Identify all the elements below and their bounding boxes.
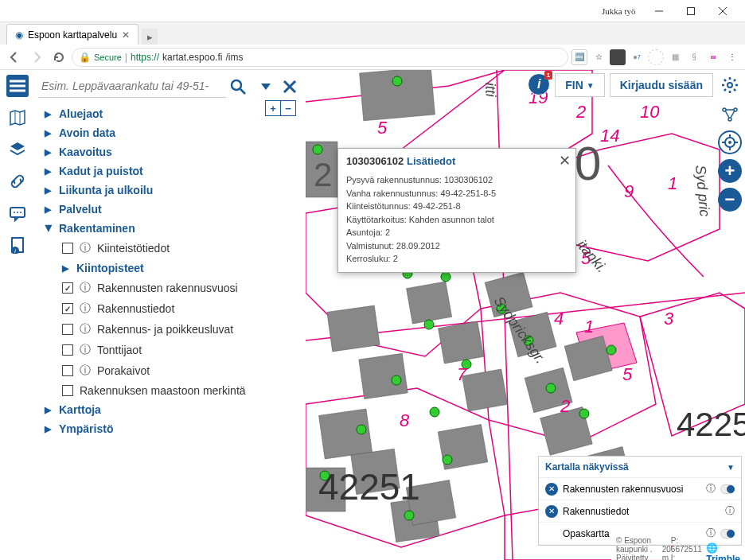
- tab-close-icon[interactable]: ✕: [122, 29, 130, 41]
- layers-icon[interactable]: [6, 138, 29, 161]
- ext4-icon[interactable]: ▦: [667, 49, 683, 65]
- sidebar-item-avoin-data[interactable]: ▶Avoin data: [35, 123, 306, 142]
- layers-panel-title: Kartalla näkyvissä: [545, 461, 629, 472]
- star-icon[interactable]: ☆: [591, 49, 607, 65]
- checkbox[interactable]: [62, 344, 73, 356]
- svg-point-11: [17, 212, 18, 213]
- browser-tab[interactable]: ◉ Espoon karttapalvelu ✕: [6, 24, 138, 45]
- svg-text:14: 14: [600, 126, 619, 146]
- login-button[interactable]: Kirjaudu sisään: [610, 73, 713, 97]
- layer-item-kiintopisteet[interactable]: ▶Kiintopisteet: [57, 259, 306, 278]
- translate-icon[interactable]: 🔤: [571, 49, 587, 65]
- reload-button[interactable]: [49, 48, 68, 67]
- window-close-button[interactable]: [707, 2, 739, 21]
- address-bar[interactable]: 🔒 Secure | https://kartat.espoo.fi/ims: [72, 48, 568, 67]
- url-scheme: https://: [131, 52, 159, 63]
- map-canvas[interactable]: 5 2 1 4 5 7 8 2 1 5 3 12 10 19 9 6 14 42…: [306, 70, 745, 560]
- checkbox[interactable]: [62, 282, 73, 294]
- language-button[interactable]: FIN▼: [555, 73, 604, 97]
- map-icon[interactable]: [6, 107, 29, 129]
- layer-item-rakennusten-rakennusvuosi[interactable]: ⓘRakennusten rakennusvuosi: [57, 278, 306, 298]
- info-icon[interactable]: ⓘ: [80, 301, 91, 316]
- window-minimize-button[interactable]: [643, 2, 675, 21]
- measure-icon[interactable]: [718, 102, 742, 126]
- ext6-icon[interactable]: ∞: [705, 49, 721, 65]
- svg-rect-27: [319, 409, 372, 459]
- feature-popup: ✕ 1030306102 Lisätiedot Pysyvä rakennust…: [337, 148, 576, 273]
- layer-item-kiinteistötiedot[interactable]: ⓘKiinteistötiedot: [57, 238, 306, 259]
- info-icon[interactable]: ⓘ: [80, 322, 91, 336]
- chevron-down-icon: ▼: [587, 81, 595, 90]
- sidebar-item-palvelut[interactable]: ▶Palvelut: [35, 200, 306, 219]
- info-button[interactable]: i1: [528, 73, 550, 95]
- search-icon[interactable]: [228, 76, 248, 97]
- back-button[interactable]: [5, 48, 24, 67]
- layer-item-rakennuksen-maastoon-merkintä[interactable]: Rakennuksen maastoon merkintä: [57, 381, 306, 400]
- ext5-icon[interactable]: §: [686, 49, 702, 65]
- popup-close-icon[interactable]: ✕: [559, 152, 571, 169]
- opacity-slider[interactable]: [720, 484, 735, 494]
- info-icon[interactable]: ⓘ: [80, 343, 91, 357]
- clear-icon[interactable]: [280, 77, 299, 96]
- collapse-all-button[interactable]: −: [280, 100, 296, 116]
- remove-layer-icon[interactable]: ✕: [545, 505, 558, 518]
- window-maximize-button[interactable]: [675, 2, 707, 21]
- menu-icon[interactable]: [6, 75, 29, 97]
- checkbox[interactable]: [62, 243, 73, 254]
- link-icon[interactable]: [6, 170, 29, 192]
- sidebar-item-karttoja[interactable]: ▶Karttoja: [35, 400, 306, 419]
- layer-item-tonttijaot[interactable]: ⓘTonttijaot: [57, 340, 306, 360]
- layer-item-rakennustiedot[interactable]: ⓘRakennustiedot: [57, 298, 306, 319]
- layer-item-porakaivot[interactable]: ⓘPorakaivot: [57, 360, 306, 381]
- sidebar-label: Rakentaminen: [59, 222, 135, 235]
- caret-icon: ▶: [45, 424, 53, 434]
- layer-label: Kiintopisteet: [76, 262, 144, 274]
- svg-text:itti: itti: [482, 82, 499, 98]
- info-icon[interactable]: ⓘ: [706, 527, 716, 540]
- sidebar-item-kaavoitus[interactable]: ▶Kaavoitus: [35, 142, 306, 161]
- locate-icon[interactable]: [718, 130, 742, 154]
- search-input[interactable]: [38, 75, 226, 98]
- remove-layer-icon[interactable]: ✕: [545, 483, 558, 496]
- svg-point-57: [579, 409, 589, 418]
- gear-icon[interactable]: [718, 73, 742, 97]
- new-tab-button[interactable]: ▸: [142, 29, 158, 45]
- ext2-icon[interactable]: ●7: [629, 49, 645, 65]
- browser-profile: Jukka työ: [602, 6, 635, 16]
- checkbox[interactable]: [62, 385, 73, 396]
- chevron-down-icon[interactable]: ▼: [727, 463, 735, 472]
- expand-all-button[interactable]: +: [265, 100, 281, 116]
- info-icon[interactable]: ⓘ: [725, 504, 735, 518]
- info-page-icon[interactable]: i: [6, 234, 29, 256]
- forward-button[interactable]: [27, 48, 46, 67]
- info-icon[interactable]: ⓘ: [80, 281, 91, 295]
- copyright: © Espoon kaupunki . Päivitetty 21.1.2018: [616, 536, 662, 560]
- sidebar-item-liikunta-ja-ulkoilu[interactable]: ▶Liikunta ja ulkoilu: [35, 181, 306, 200]
- info-icon[interactable]: ⓘ: [80, 241, 91, 255]
- ext1-icon[interactable]: [610, 49, 626, 65]
- layer-label: Porakaivot: [97, 364, 150, 377]
- info-icon[interactable]: ⓘ: [80, 364, 91, 378]
- checkbox[interactable]: [62, 303, 73, 314]
- opacity-slider[interactable]: [720, 529, 735, 539]
- zoom-out-button[interactable]: −: [718, 188, 742, 212]
- info-icon[interactable]: ⓘ: [706, 482, 716, 496]
- sidebar-item-kadut-ja-puistot[interactable]: ▶Kadut ja puistot: [35, 161, 306, 181]
- sidebar-item-rakentaminen[interactable]: ▶Rakentaminen: [35, 219, 306, 238]
- svg-point-10: [14, 212, 15, 213]
- svg-rect-31: [407, 282, 452, 324]
- feedback-icon[interactable]: [6, 202, 29, 224]
- sidebar-item-ympäristö[interactable]: ▶Ympäristö: [35, 419, 306, 438]
- zoom-in-button[interactable]: +: [718, 159, 742, 183]
- popup-row: Kerrosluku: 2: [346, 252, 568, 266]
- popup-details-link[interactable]: Lisätiedot: [407, 155, 455, 167]
- browser-menu-icon[interactable]: ⋮: [724, 49, 740, 65]
- popup-row: Vanha rakennustunnus: 49-42-251-8-5: [346, 187, 568, 200]
- ext3-icon[interactable]: [648, 49, 664, 65]
- layer-item-rakennus--ja-poikkeusluvat[interactable]: ⓘRakennus- ja poikkeusluvat: [57, 319, 306, 340]
- checkbox[interactable]: [62, 365, 73, 376]
- scale: 20 m: [662, 545, 671, 560]
- checkbox[interactable]: [62, 324, 73, 335]
- trimble-logo: 🌐Trimble: [706, 542, 740, 560]
- search-dropdown-icon[interactable]: [258, 79, 274, 95]
